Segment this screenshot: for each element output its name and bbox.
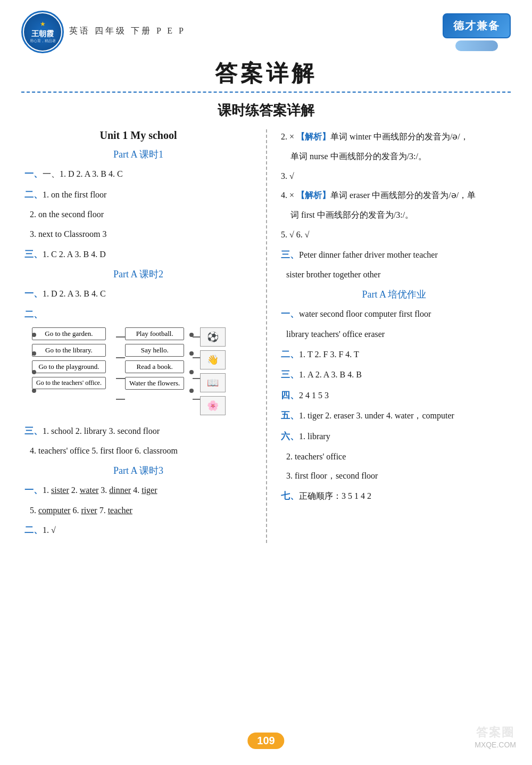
page-wrapper: ★ 王朝霞 用心育，精品著 英语 四年级 下册 P E P 德才兼备 答案详解 … (0, 0, 532, 765)
header-title-area: 英语 四年级 下册 P E P (69, 26, 186, 39)
kt1-q2-2: 2. on the second floor (21, 207, 255, 223)
section-title: 课时练答案详解 (21, 101, 511, 120)
kt3-q1b: 5. computer 6. river 7. teacher (21, 503, 255, 519)
kt2-q3b: 4. teachers' office 5. first floor 6. cl… (21, 443, 255, 459)
page-number-area: 109 (247, 733, 284, 749)
col-right: 2. × 【解析】单词 winter 中画线部分的发音为/ə/， 单词 nurs… (267, 129, 511, 543)
match-right-dots (189, 327, 194, 398)
kt2-q2-label: 二、 (21, 307, 255, 323)
header-right: 德才兼备 (443, 13, 511, 51)
peiyo-q4: 四、2 4 1 5 3 (278, 388, 511, 404)
match-right-box-1: Say hello. (125, 344, 184, 357)
right-q2-56: 5. √ 6. √ (278, 227, 511, 243)
match-right-boxes: Play football. Say hello. Read a book. W… (125, 327, 184, 390)
part-a-kt1-title: Part A 课时1 (21, 148, 255, 161)
peiyo-q7: 七、正确顺序：3 5 1 4 2 (278, 488, 511, 505)
header-left: ★ 王朝霞 用心育，精品著 英语 四年级 下册 P E P (21, 11, 186, 53)
match-images: ⚽ 👋 📖 🌸 (200, 327, 226, 415)
right-q2-2b: 单词 nurse 中画线部分的发音为/3:/。 (278, 149, 511, 164)
right-q3: 三、Peter dinner father driver mother teac… (278, 247, 511, 264)
page-number: 109 (247, 733, 284, 749)
peiyo-q6-2: 2. teachers' office (278, 449, 511, 465)
bottom-brand-url: MXQE.COM (475, 741, 516, 749)
kt2-q1: 一、1. D 2. A 3. B 4. C (21, 286, 255, 302)
header-subtitle: 英语 四年级 下册 P E P (69, 26, 186, 37)
unit-title: Unit 1 My school (21, 129, 255, 142)
match-right-box-2: Read a book. (125, 360, 184, 373)
peiyo-q1: 一、water second floor computer first floo… (278, 306, 511, 323)
content-columns: Unit 1 My school Part A 课时1 一、一、1. D 2. … (21, 129, 511, 543)
peiyo-q2: 二、1. T 2. F 3. F 4. T (278, 347, 511, 363)
logo-text-sub: 用心育，精品著 (30, 39, 56, 44)
logo-star: ★ (40, 20, 46, 29)
main-title: 答案详解 (21, 59, 511, 88)
match-box-1: Go to the library. (32, 344, 106, 357)
match-left-boxes: Go to the garden. Go to the library. Go … (32, 327, 106, 389)
kt1-q3: 三、1. C 2. A 3. B 4. D (21, 246, 255, 263)
kt3-q1: 一、1. sister 2. water 3. dinner 4. tiger (21, 482, 255, 499)
match-box-3: Go to the teachers' office. (32, 377, 106, 389)
kt2-q3: 三、1. school 2. library 3. second floor (21, 423, 255, 440)
kt1-q2-3: 3. next to Classroom 3 (21, 227, 255, 242)
match-right-box-3: Water the flowers. (125, 377, 184, 390)
matching-exercise: Go to the garden. Go to the library. Go … (32, 327, 255, 418)
match-box-2: Go to the playground. (32, 360, 106, 373)
brand-decoration (455, 40, 498, 51)
logo-circle: ★ 王朝霞 用心育，精品著 (21, 11, 64, 53)
match-img-0: ⚽ (200, 327, 226, 347)
match-img-2: 📖 (200, 373, 226, 392)
peiyo-q5: 五、1. tiger 2. eraser 3. under 4. water，c… (278, 408, 511, 424)
kt3-q2: 二、1. √ (21, 522, 255, 539)
right-q2-4: 4. × 【解析】单词 eraser 中画线部分的发音为/ə/，单 (278, 188, 511, 203)
part-a-kt3-title: Part A 课时3 (21, 464, 255, 477)
match-left-dots (32, 327, 36, 398)
match-img-1: 👋 (200, 350, 226, 369)
right-q2-4b: 词 first 中画线部分的发音为/3:/。 (278, 208, 511, 223)
peiyo-q6: 六、1. library (278, 429, 511, 445)
dotted-divider (21, 92, 511, 93)
peiyo-q3: 三、1. A 2. A 3. B 4. B (278, 367, 511, 383)
peiyo-q1b: library teachers' office eraser (278, 327, 511, 342)
bottom-right-brand: 答案圈 MXQE.COM (475, 725, 516, 749)
logo-text-main: 王朝霞 (31, 29, 54, 39)
col-left: Unit 1 My school Part A 课时1 一、一、1. D 2. … (21, 129, 267, 543)
kt1-q1: 一、一、1. D 2. A 3. B 4. C (21, 166, 255, 183)
peiyo-q6-3: 3. first floor，second floor (278, 468, 511, 484)
bottom-brand-text: 答案圈 (476, 725, 514, 741)
right-q2-2: 2. × 【解析】单词 winter 中画线部分的发音为/ə/， (278, 129, 511, 145)
brand-badge: 德才兼备 (443, 13, 511, 38)
match-box-0: Go to the garden. (32, 327, 106, 340)
logo-inner: ★ 王朝霞 用心育，精品著 (24, 13, 61, 51)
right-q3b: sister brother together other (278, 267, 511, 283)
part-a-peiyo-title: Part A 培优作业 (278, 288, 511, 301)
match-img-3: 🌸 (200, 396, 226, 415)
part-a-kt2-title: Part A 课时2 (21, 268, 255, 281)
header: ★ 王朝霞 用心育，精品著 英语 四年级 下册 P E P 德才兼备 (21, 11, 511, 53)
right-q2-3: 3. √ (278, 169, 511, 184)
kt1-q2: 二、1. on the first floor (21, 187, 255, 203)
match-right-box-0: Play football. (125, 327, 184, 340)
